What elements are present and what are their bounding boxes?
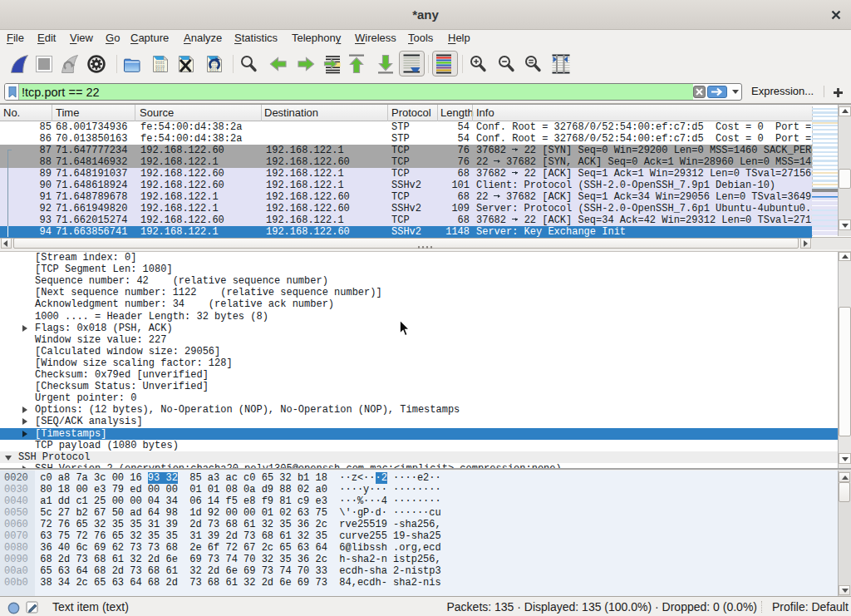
svg-text:0111: 0111 [155, 68, 165, 72]
